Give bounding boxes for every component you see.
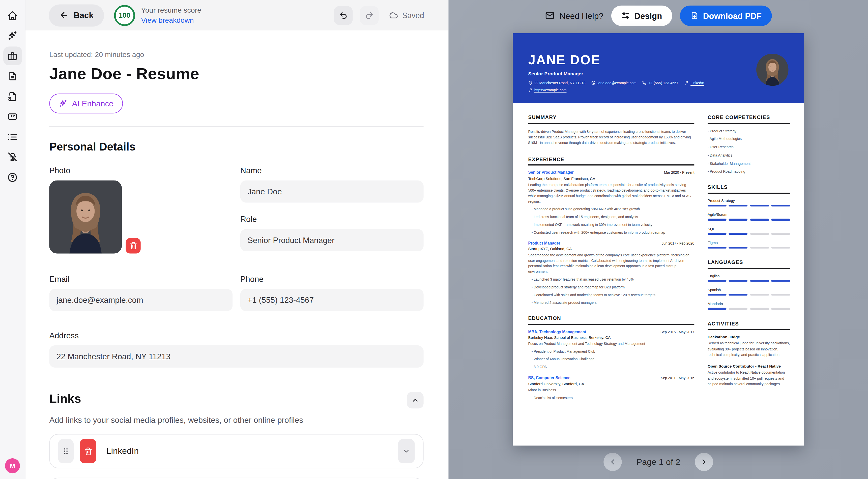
resume-contact-at: jane.doe@example.com [591, 81, 636, 85]
help-icon[interactable] [3, 168, 22, 187]
skill-item: Spanish [708, 288, 790, 296]
address-input[interactable] [49, 345, 424, 368]
skill-segment [771, 294, 790, 296]
skill-bar [708, 219, 790, 221]
briefcase-icon[interactable] [3, 46, 22, 65]
ai-enhance-label: AI Enhance [72, 99, 114, 108]
skill-segment [729, 308, 747, 310]
portrait-illustration [756, 54, 788, 86]
activities-heading: ACTIVITIES [708, 321, 790, 330]
activity-description: Active contributor to React Native docum… [708, 370, 790, 387]
skill-bar [708, 233, 790, 234]
collapse-links-button[interactable] [407, 392, 424, 408]
delete-photo-button[interactable] [126, 238, 141, 253]
experience-section: EXPERIENCE Senior Product ManagerMar 202… [528, 156, 694, 305]
score-ring: 100 [114, 5, 135, 26]
summary-section: SUMMARY Results-driven Product Manager w… [528, 115, 694, 145]
back-button[interactable]: Back [49, 4, 104, 26]
resume-name: JANE DOE [528, 33, 788, 68]
editor-scroll-area[interactable]: Last updated: 20 minutes ago Jane Doe - … [26, 31, 448, 479]
skill-segment [771, 205, 790, 206]
location-icon [528, 81, 532, 85]
education-school: Stanford University, Stanford, CA [528, 382, 694, 385]
resume-contact-row-2: https://example.com [528, 88, 788, 92]
education-entries: MBA, Technology ManagementSep 2015 - May… [528, 330, 694, 400]
personal-details-section: Personal Details Photo Name [49, 141, 424, 368]
experience-description: Leading the enterprise collaboration pla… [528, 182, 694, 204]
skill-segment [750, 233, 769, 234]
skill-name: Product Strategy [708, 199, 790, 202]
skill-segment [750, 219, 769, 221]
file-x-icon[interactable] [3, 87, 22, 106]
photo-image[interactable] [49, 181, 122, 254]
experience-description: Spearheaded the development and growth o… [528, 252, 694, 275]
summary-heading: SUMMARY [528, 115, 694, 124]
user-avatar[interactable]: M [5, 458, 20, 473]
skill-segment [708, 280, 726, 282]
name-input[interactable] [240, 181, 424, 203]
resume-body: SUMMARY Results-driven Product Manager w… [513, 103, 804, 410]
education-degree: BS, Computer Science [528, 376, 570, 380]
link-label: LinkedIn [106, 446, 139, 456]
save-status: Saved [389, 10, 424, 20]
bullet: 3.9 GPA [532, 365, 694, 369]
board-icon[interactable] [3, 107, 22, 126]
document-icon[interactable] [3, 67, 22, 86]
role-input[interactable] [240, 229, 424, 251]
phone-input[interactable] [240, 289, 424, 311]
link-card: https://example.com [49, 478, 424, 479]
design-button[interactable]: Design [611, 5, 672, 26]
back-label: Back [74, 10, 94, 20]
resume-contact-row-1: 22 Manchester Road, NY 11213jane.doe@exa… [528, 81, 788, 85]
experience-entry: Product ManagerJun 2017 - Feb 2020Startu… [528, 241, 694, 305]
skill-bar [708, 294, 790, 296]
delete-link-button[interactable] [80, 439, 96, 464]
list-icon[interactable] [3, 127, 22, 146]
skill-segment [750, 308, 769, 310]
skills-heading: SKILLS [708, 185, 790, 194]
languages-list: EnglishSpanishMandarin [708, 274, 790, 310]
portrait-illustration [49, 181, 122, 254]
resume-photo [756, 54, 788, 86]
view-breakdown-link[interactable]: View breakdown [141, 16, 194, 25]
left-rail: M [0, 0, 26, 479]
skill-segment [750, 247, 769, 249]
bullet: Developed product strategy and roadmap f… [532, 285, 694, 289]
need-help-button[interactable]: Need Help? [545, 10, 603, 21]
skill-segment [771, 219, 790, 221]
sliders-icon [621, 11, 630, 20]
next-page-button[interactable] [695, 453, 713, 471]
drag-handle[interactable] [58, 439, 74, 464]
skill-segment [771, 247, 790, 249]
address-label: Address [49, 331, 424, 340]
ai-enhance-button[interactable]: AI Enhance [49, 94, 123, 114]
activity-entry: Open Source Contributor - React NativeAc… [708, 364, 790, 387]
bullet: Winner of Annual Innovation Challenge [532, 357, 694, 361]
links-list: LinkedInhttps://example.com [49, 434, 424, 479]
expand-link-button[interactable] [398, 439, 415, 464]
activities-section: ACTIVITIES Hackathon JudgeServed as tech… [708, 321, 790, 387]
resume-contacts: 22 Manchester Road, NY 11213jane.doe@exa… [528, 81, 788, 92]
skill-item: Agile/Scrum [708, 213, 790, 221]
previous-page-button[interactable] [604, 453, 622, 471]
experience-entries: Senior Product ManagerMar 2020 - Present… [528, 170, 694, 305]
skill-segment [750, 280, 769, 282]
cloud-icon [389, 10, 398, 20]
skill-segment [729, 294, 747, 296]
skill-segment [708, 247, 726, 249]
undo-button[interactable] [334, 6, 353, 25]
lamp-off-icon[interactable] [3, 148, 22, 166]
experience-company: StartupXYZ, Oakland, CA [528, 247, 694, 251]
at-sign-icon [591, 81, 595, 85]
email-input[interactable] [49, 289, 232, 311]
personal-details-heading: Personal Details [49, 141, 424, 153]
link-icon [528, 88, 532, 92]
redo-button[interactable] [360, 6, 379, 25]
home-icon[interactable] [3, 6, 22, 25]
skill-segment [708, 233, 726, 234]
languages-section: LANGUAGES EnglishSpanishMandarin [708, 260, 790, 310]
download-pdf-button[interactable]: Download PDF [680, 5, 772, 26]
links-description: Add links to your social media profiles,… [49, 416, 424, 424]
resume-header: JANE DOE Senior Product Manager 22 Manch… [513, 33, 804, 103]
ai-sparkles-icon[interactable] [3, 26, 22, 45]
